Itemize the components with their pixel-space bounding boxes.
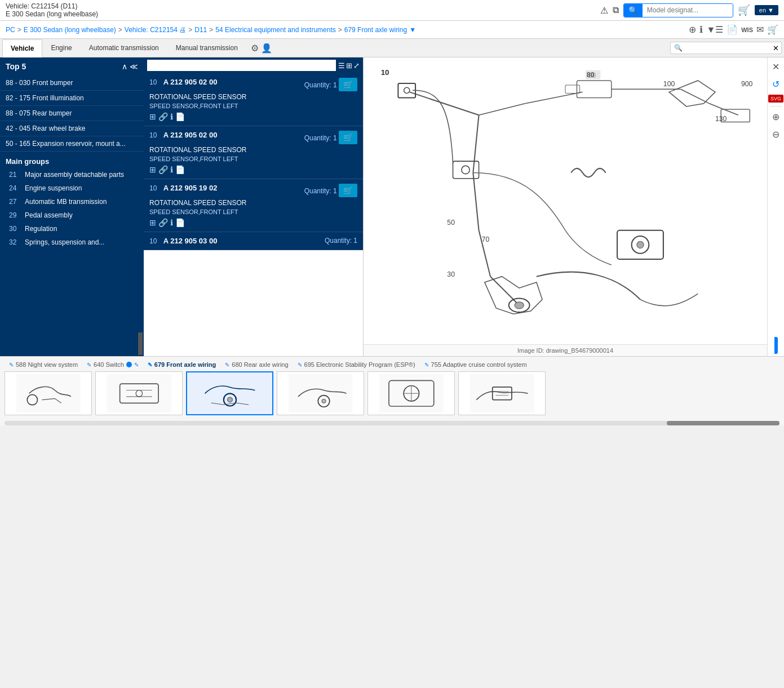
- sidebar-group-32[interactable]: 32 Springs, suspension and...: [0, 236, 144, 249]
- rt-refresh-btn[interactable]: ↺: [770, 77, 781, 91]
- thumbnail-680[interactable]: [277, 371, 364, 415]
- document-icon[interactable]: 📄: [727, 24, 738, 35]
- part-item-1[interactable]: 10 A 212 905 02 00 Quantity: 1 🛒 ROTATIO…: [144, 126, 363, 179]
- sidebar-scrollbar[interactable]: [138, 332, 143, 355]
- tab-manual-transmission[interactable]: Manual transmission: [167, 39, 246, 57]
- edit-icon-755[interactable]: ✎: [424, 362, 429, 368]
- edit-icon-640[interactable]: ✎: [87, 362, 91, 368]
- list-view-btn[interactable]: ☰: [338, 61, 345, 70]
- edit-icon-680[interactable]: ✎: [225, 362, 229, 368]
- breadcrumb-d11[interactable]: D11: [194, 26, 207, 34]
- sidebar-top5-item-3[interactable]: 88 - 075 Rear bumper: [0, 106, 144, 121]
- sidebar-top5-item-1[interactable]: 88 - 030 Front bumper: [0, 76, 144, 91]
- thumb-label-695[interactable]: ✎ 695 Electronic Stability Program (ESP®…: [293, 360, 420, 369]
- search-input[interactable]: [643, 4, 733, 16]
- rt-close-btn[interactable]: ✕: [770, 60, 781, 74]
- expand-view-btn[interactable]: ⤢: [353, 61, 360, 70]
- part-item-0[interactable]: 10 A 212 905 02 00 Quantity: 1 🛒 ROTATIO…: [144, 73, 363, 126]
- part-0-cart-btn[interactable]: 🛒: [339, 78, 357, 91]
- tab-engine[interactable]: Engine: [42, 39, 80, 57]
- tab-automatic-transmission[interactable]: Automatic transmission: [81, 39, 167, 57]
- part-item-2[interactable]: 10 A 212 905 19 02 Quantity: 1 🛒 ROTATIO…: [144, 179, 363, 232]
- thumb-label-679[interactable]: ✎ 679 Front axle wiring: [143, 360, 220, 369]
- part-item-3-top: 10 A 212 905 03 00 Quantity: 1: [149, 237, 357, 245]
- thumbnail-679[interactable]: [186, 371, 273, 415]
- warning-icon[interactable]: ⚠: [600, 5, 608, 16]
- part-2-table-icon[interactable]: ⊞: [149, 218, 156, 227]
- thumb-label-680[interactable]: ✎ 680 Rear axle wiring: [220, 360, 293, 369]
- rt-right-indicator[interactable]: [774, 337, 778, 354]
- sidebar-group-29[interactable]: 29 Pedal assembly: [0, 208, 144, 222]
- copy-icon[interactable]: ⧉: [613, 5, 619, 15]
- part-0-info-icon[interactable]: ℹ: [170, 112, 173, 121]
- scrollbar-thumb[interactable]: [667, 421, 779, 425]
- wis-icon[interactable]: WIS: [741, 26, 753, 33]
- part-2-name: ROTATIONAL SPEED SENSOR: [149, 199, 357, 207]
- cart-button[interactable]: 🛒: [738, 4, 750, 16]
- thumb-label-755[interactable]: ✎ 755 Adaptive cruise control system: [420, 360, 531, 369]
- sidebar-close-btn[interactable]: ≪: [130, 62, 138, 71]
- tab-search-clear[interactable]: ✕: [770, 43, 781, 54]
- info-icon[interactable]: ℹ: [699, 24, 703, 35]
- part-1-cart-btn[interactable]: 🛒: [339, 131, 357, 144]
- thumb-label-text-680: 680 Rear axle wiring: [232, 361, 288, 368]
- rt-svg-btn[interactable]: SVG: [768, 95, 783, 103]
- mail-icon[interactable]: ✉: [756, 24, 764, 35]
- part-0-link-icon[interactable]: 🔗: [158, 112, 168, 121]
- rt-zoom-in-btn[interactable]: ⊕: [770, 110, 781, 124]
- edit-icon-695[interactable]: ✎: [298, 362, 302, 368]
- breadcrumb-current[interactable]: 679 Front axle wiring ▼: [344, 26, 416, 34]
- filter-icon[interactable]: ▼☰: [706, 24, 723, 35]
- part-item-3[interactable]: 10 A 212 905 03 00 Quantity: 1: [144, 232, 363, 250]
- sidebar-group-24[interactable]: 24 Engine suspension: [0, 181, 144, 195]
- thumbnail-588[interactable]: [5, 371, 92, 415]
- parts-search-input[interactable]: [147, 60, 336, 71]
- sidebar-top5-item-2[interactable]: 82 - 175 Front illumination: [0, 91, 144, 106]
- part-2-link-icon[interactable]: 🔗: [158, 218, 168, 227]
- zoom-in-icon[interactable]: ⊕: [689, 24, 696, 35]
- search-button[interactable]: 🔍: [624, 4, 643, 17]
- thumbnail-695[interactable]: [367, 371, 455, 415]
- person-icon[interactable]: 👤: [261, 43, 272, 54]
- tab-search-input[interactable]: [686, 42, 770, 54]
- diagram-canvas[interactable]: 10: [364, 57, 767, 344]
- group-num-21: 21: [9, 171, 21, 179]
- breadcrumb-pc[interactable]: PC: [6, 26, 15, 34]
- scrollbar-track[interactable]: [5, 421, 779, 425]
- sidebar-group-27[interactable]: 27 Automatic MB transmission: [0, 195, 144, 208]
- sidebar-top5-item-5[interactable]: 50 - 165 Expansion reservoir, mount a...: [0, 136, 144, 152]
- thumbnail-755[interactable]: [458, 371, 546, 415]
- sidebar-group-21[interactable]: 21 Major assembly detachable parts: [0, 168, 144, 181]
- svg-rect-33: [16, 374, 81, 412]
- part-2-cart-btn[interactable]: 🛒: [339, 184, 357, 197]
- sidebar-group-30[interactable]: 30 Regulation: [0, 222, 144, 236]
- thumb-label-588[interactable]: ✎ 588 Night view system: [5, 360, 82, 369]
- part-1-link-icon[interactable]: 🔗: [158, 165, 168, 174]
- grid-view-btn[interactable]: ⊞: [346, 61, 352, 70]
- breadcrumb-vehicle-model[interactable]: E 300 Sedan (long wheelbase): [24, 26, 116, 34]
- thumbnail-640[interactable]: [95, 371, 183, 415]
- edit-icon-679[interactable]: ✎: [148, 362, 152, 368]
- part-1-doc-icon[interactable]: 📄: [175, 165, 185, 174]
- sidebar-top5-item-4[interactable]: 42 - 045 Rear wheel brake: [0, 121, 144, 136]
- part-2-info-icon[interactable]: ℹ: [170, 218, 173, 227]
- settings-icon[interactable]: ⚙: [251, 43, 259, 54]
- tab-vehicle[interactable]: Vehicle: [2, 39, 42, 57]
- sidebar-collapse-btn[interactable]: ∧: [122, 62, 127, 71]
- edit-icon-588[interactable]: ✎: [9, 362, 14, 368]
- part-2-doc-icon[interactable]: 📄: [175, 218, 185, 227]
- edit-icon-640b[interactable]: ✎: [134, 362, 139, 368]
- part-0-table-icon[interactable]: ⊞: [149, 112, 156, 121]
- thumb-label-640[interactable]: ✎ 640 Switch ✎: [82, 360, 143, 369]
- part-0-name: ROTATIONAL SPEED SENSOR: [149, 93, 357, 101]
- group-label-27: Automatic MB transmission: [25, 198, 107, 206]
- part-1-info-icon[interactable]: ℹ: [170, 165, 173, 174]
- part-1-table-icon[interactable]: ⊞: [149, 165, 156, 174]
- breadcrumb-electrical[interactable]: 54 Electrical equipment and instruments: [215, 26, 335, 34]
- sidebar-scroll[interactable]: 88 - 030 Front bumper 82 - 175 Front ill…: [0, 76, 144, 331]
- breadcrumb-vehicle-id[interactable]: Vehicle: C212154 🖨: [125, 26, 186, 34]
- cart-icon[interactable]: 🛒: [767, 24, 778, 35]
- rt-zoom-out-btn[interactable]: ⊖: [770, 127, 781, 141]
- part-0-doc-icon[interactable]: 📄: [175, 112, 185, 121]
- language-selector[interactable]: en ▼: [755, 5, 778, 15]
